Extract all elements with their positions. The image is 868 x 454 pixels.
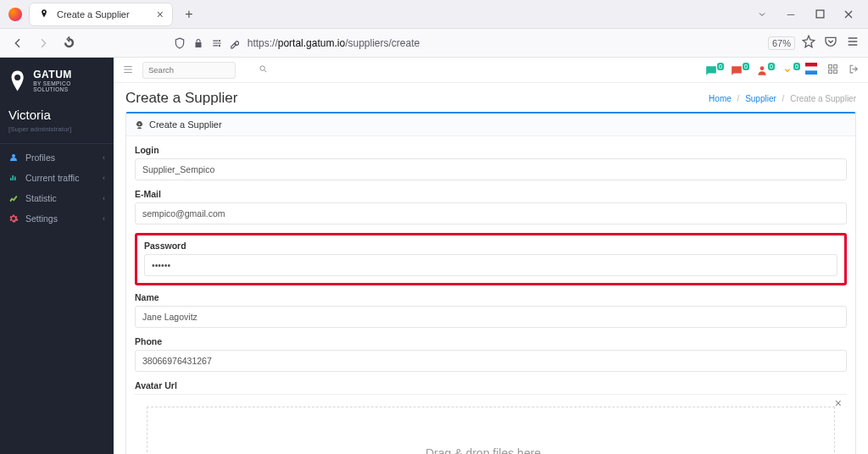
field-login: Login [135, 145, 847, 180]
shield-icon [173, 36, 186, 50]
brand-name: GATUM [33, 69, 105, 80]
url-text: https://portal.gatum.io/suppliers/create [248, 37, 420, 49]
browser-toolbar: https://portal.gatum.io/suppliers/create… [0, 29, 868, 58]
window-maximize-button[interactable] [805, 3, 834, 26]
search-icon [259, 64, 268, 75]
email-input[interactable] [135, 202, 847, 224]
app-search[interactable] [142, 62, 236, 79]
address-bar[interactable]: https://portal.gatum.io/suppliers/create [173, 36, 673, 50]
phone-label: Phone [135, 336, 847, 346]
sidebar-separator [0, 143, 114, 144]
svg-point-4 [760, 66, 765, 70]
topbar: 0 0 0 0 [114, 58, 868, 83]
password-highlight: Password [135, 233, 847, 285]
svg-rect-11 [834, 69, 837, 73]
field-password: Password [144, 241, 837, 276]
chevron-left-icon: ‹ [103, 174, 105, 182]
phone-input[interactable] [135, 350, 847, 372]
page-title: Create a Supplier [125, 90, 237, 107]
svg-rect-7 [805, 70, 817, 75]
firefox-icon [8, 8, 22, 21]
sidebar-item-statistic[interactable]: Statistic ‹ [0, 188, 114, 208]
content: Create a Supplier Login E-Mail Password [114, 112, 868, 454]
sidebar-item-settings[interactable]: Settings ‹ [0, 208, 114, 229]
search-input[interactable] [148, 65, 255, 75]
app-sidebar: GATUM BY SEMPICO SOLUTIONS Victoria [Sup… [0, 58, 114, 454]
dropzone-text: Drag & drop files here … [426, 446, 556, 454]
chevron-down-icon[interactable] [748, 3, 776, 26]
sidebar-item-profiles[interactable]: Profiles ‹ [0, 147, 114, 168]
dropzone-close-icon[interactable]: × [835, 396, 842, 410]
gear-icon [8, 213, 19, 224]
svg-rect-5 [805, 63, 817, 67]
grid-icon[interactable] [827, 64, 838, 77]
password-label: Password [144, 241, 837, 251]
field-name: Name [135, 292, 847, 328]
field-email: E-Mail [135, 189, 847, 224]
star-icon[interactable] [802, 35, 815, 51]
notif-users[interactable]: 0 [754, 64, 770, 76]
sidebar-user: Victoria [Super administrator] [0, 102, 114, 136]
svg-rect-8 [829, 64, 832, 68]
panel-header: Create a Supplier [126, 114, 855, 136]
svg-point-2 [218, 44, 220, 46]
brand-byline: BY SEMPICO SOLUTIONS [33, 81, 105, 92]
password-input[interactable] [144, 254, 837, 276]
logout-icon[interactable] [849, 64, 860, 77]
key-icon [229, 36, 242, 50]
rocket-icon [135, 120, 144, 130]
notif-messages[interactable]: 0 [704, 64, 719, 76]
email-label: E-Mail [135, 189, 847, 199]
notif-downloads[interactable]: 0 [780, 64, 795, 76]
breadcrumb-home[interactable]: Home [709, 94, 732, 103]
chevron-left-icon: ‹ [103, 153, 105, 162]
page-header: Create a Supplier Home / Supplier / Crea… [114, 83, 868, 112]
panel-body: Login E-Mail Password Name [126, 136, 855, 454]
user-role: [Super administrator] [8, 125, 105, 133]
login-label: Login [135, 145, 847, 155]
panel-title: Create a Supplier [149, 119, 222, 130]
new-tab-button[interactable]: + [178, 3, 200, 25]
breadcrumb-supplier[interactable]: Supplier [745, 94, 776, 103]
nav-back-button[interactable] [8, 34, 27, 53]
breadcrumb-current: Create a Supplier [790, 94, 856, 103]
tab-close-icon[interactable]: × [157, 8, 164, 21]
user-name: Victoria [8, 108, 105, 122]
field-phone: Phone [135, 336, 847, 372]
user-icon [8, 152, 19, 163]
chevron-left-icon: ‹ [103, 214, 105, 223]
pocket-icon[interactable] [824, 35, 837, 51]
chart-icon [8, 193, 19, 203]
svg-rect-0 [816, 10, 824, 18]
svg-point-3 [260, 66, 265, 71]
nav-reload-button[interactable] [59, 34, 78, 53]
avatar-dropzone[interactable]: Drag & drop files here … [147, 407, 835, 454]
window-close-button[interactable] [834, 3, 863, 26]
chevron-left-icon: ‹ [103, 194, 105, 202]
name-input[interactable] [135, 306, 847, 328]
window-minimize-button[interactable]: ─ [776, 3, 805, 26]
sidebar-item-traffic[interactable]: Current traffic ‹ [0, 168, 114, 188]
avatar-label: Avatar Url [135, 380, 847, 390]
tab-title: Create a Supplier [57, 9, 150, 19]
avatar-dropzone-wrap: × Drag & drop files here … [135, 394, 847, 454]
permissions-icon [210, 36, 224, 50]
browser-tab[interactable]: Create a Supplier × [29, 3, 173, 26]
sidebar-item-label: Profiles [25, 152, 55, 163]
zoom-indicator[interactable]: 67% [768, 36, 795, 50]
app-menu-icon[interactable] [846, 35, 860, 51]
menu-toggle-icon[interactable] [122, 64, 136, 77]
nav-forward-button[interactable] [34, 34, 53, 53]
form-panel: Create a Supplier Login E-Mail Password [125, 112, 856, 454]
svg-point-1 [218, 39, 220, 41]
topbar-actions: 0 0 0 0 [704, 63, 860, 77]
login-input[interactable] [135, 158, 847, 180]
brand: GATUM BY SEMPICO SOLUTIONS [0, 64, 114, 102]
field-avatar: Avatar Url [135, 380, 847, 390]
sidebar-item-label: Settings [25, 213, 58, 224]
flag-icon[interactable] [805, 63, 817, 77]
svg-rect-6 [805, 67, 817, 71]
notif-alerts[interactable]: 0 [729, 64, 744, 76]
main: 0 0 0 0 Create a Supplier Home / Supplie… [114, 58, 868, 454]
browser-titlebar: Create a Supplier × + ─ [0, 0, 868, 29]
